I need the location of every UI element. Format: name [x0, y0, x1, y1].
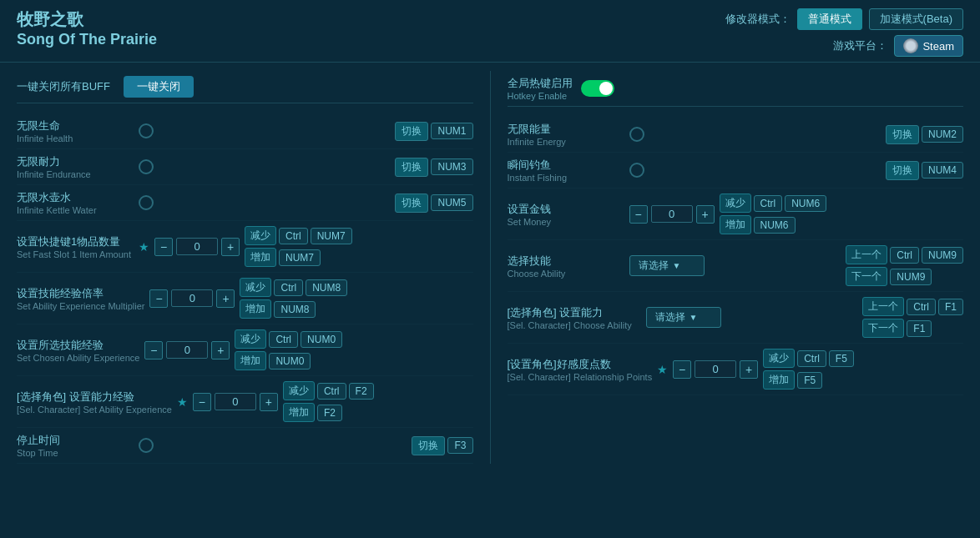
mode-beta-btn[interactable]: 加速模式(Beta) [869, 8, 963, 30]
key-group-infinite-health: 切换 NUM1 [395, 122, 472, 141]
hotkey-toggle[interactable] [581, 80, 614, 97]
select-sel-char-ability[interactable]: 请选择 ▼ [646, 307, 721, 328]
up-key-sel-char-ability[interactable]: F1 [938, 299, 963, 315]
reduce-mod-ability-exp-mult[interactable]: Ctrl [274, 279, 303, 296]
increase-key-set-money[interactable]: NUM6 [754, 217, 796, 234]
reduce-label-set-money[interactable]: 减少 [720, 194, 751, 213]
reduce-key-chosen-ability-exp[interactable]: NUM0 [301, 331, 342, 348]
feature-name-infinite-energy: 无限能量 Infinite Energy [508, 122, 624, 147]
hotkey-infinite-endurance[interactable]: NUM3 [431, 158, 472, 175]
down-key-choose-ability[interactable]: NUM9 [890, 269, 932, 285]
feature-name-sel-char-ability: [选择角色] 设置能力 [Sel. Character] Choose Abil… [508, 305, 641, 330]
increase-key-chosen-ability-exp[interactable]: NUM0 [269, 353, 311, 370]
value-slot1[interactable] [176, 238, 218, 255]
reduce-label-slot1[interactable]: 减少 [245, 226, 276, 245]
decrement-ability-exp-mult[interactable]: − [149, 289, 168, 308]
increment-relationship-pts[interactable]: + [740, 360, 758, 379]
close-all-btn[interactable]: 一键关闭 [124, 76, 194, 98]
increment-slot1[interactable]: + [221, 238, 240, 256]
up-label-sel-char-ability[interactable]: 上一个 [862, 297, 904, 316]
toggle-stop-time[interactable] [139, 438, 154, 453]
increase-label-slot1[interactable]: 增加 [245, 248, 276, 267]
hotkey-infinite-kettle[interactable]: NUM5 [431, 194, 472, 211]
increase-label-set-money[interactable]: 增加 [720, 215, 751, 234]
reduce-key-relationship-pts[interactable]: F5 [829, 350, 854, 367]
feature-row-sel-ability-exp: [选择角色] 设置能力经验 [Sel. Character] Set Abili… [17, 376, 473, 428]
hotkey-stop-time[interactable]: F3 [447, 437, 472, 454]
feature-row-infinite-energy: 无限能量 Infinite Energy 切换 NUM2 [508, 117, 964, 153]
reduce-mod-sel-ability-exp[interactable]: Ctrl [317, 383, 346, 400]
reduce-label-chosen-ability-exp[interactable]: 减少 [235, 329, 266, 349]
value-relationship-pts[interactable] [695, 360, 736, 378]
mode-normal-btn[interactable]: 普通模式 [797, 8, 862, 30]
right-panel: 全局热键启用 Hotkey Enable 无限能量 Infinite Energ… [508, 71, 964, 464]
hotkey-infinite-health[interactable]: NUM1 [431, 123, 472, 139]
star-relationship-pts[interactable]: ★ [657, 363, 668, 376]
action-key-infinite-endurance[interactable]: 切换 [395, 158, 428, 177]
increase-key-relationship-pts[interactable]: F5 [797, 372, 822, 389]
reduce-mod-set-money[interactable]: Ctrl [754, 195, 783, 212]
up-key-choose-ability[interactable]: NUM9 [922, 247, 963, 264]
value-sel-ability-exp[interactable] [215, 393, 256, 410]
reduce-key-slot1[interactable]: NUM7 [311, 228, 352, 244]
platform-name: Steam [922, 40, 954, 53]
value-ability-exp-mult[interactable] [171, 289, 213, 307]
toggle-infinite-endurance[interactable] [139, 159, 154, 174]
toggle-infinite-kettle[interactable] [139, 195, 154, 210]
decrement-relationship-pts[interactable]: − [673, 360, 691, 379]
reduce-key-set-money[interactable]: NUM6 [785, 195, 826, 212]
reduce-mod-relationship-pts[interactable]: Ctrl [797, 350, 826, 367]
value-set-money[interactable] [651, 205, 693, 223]
reduce-key-sel-ability-exp[interactable]: F2 [349, 383, 374, 400]
up-mod-choose-ability[interactable]: Ctrl [890, 247, 919, 264]
reduce-label-ability-exp-mult[interactable]: 减少 [240, 278, 271, 297]
action-key-stop-time[interactable]: 切换 [412, 436, 445, 455]
toggle-instant-fishing[interactable] [629, 163, 644, 178]
action-key-infinite-energy[interactable]: 切换 [886, 125, 919, 144]
increase-key-slot1[interactable]: NUM7 [279, 249, 321, 266]
increment-chosen-ability-exp[interactable]: + [211, 341, 230, 360]
up-mod-sel-char-ability[interactable]: Ctrl [907, 299, 936, 315]
decrement-chosen-ability-exp[interactable]: − [144, 341, 163, 360]
increment-set-money[interactable]: + [696, 205, 715, 224]
reduce-label-relationship-pts[interactable]: 减少 [763, 349, 795, 368]
increment-ability-exp-mult[interactable]: + [216, 289, 235, 308]
decrement-sel-ability-exp[interactable]: − [193, 393, 211, 411]
down-key-sel-char-ability[interactable]: F1 [907, 320, 932, 337]
down-label-sel-char-ability[interactable]: 下一个 [862, 319, 904, 338]
action-key-instant-fishing[interactable]: 切换 [886, 161, 919, 180]
increase-label-relationship-pts[interactable]: 增加 [763, 370, 795, 390]
toggle-infinite-health[interactable] [139, 123, 154, 138]
increase-label-sel-ability-exp[interactable]: 增加 [283, 403, 315, 422]
feature-row-instant-fishing: 瞬间钓鱼 Instant Fishing 切换 NUM4 [508, 153, 964, 189]
decrement-set-money[interactable]: − [629, 205, 648, 224]
decrement-slot1[interactable]: − [154, 238, 173, 256]
action-key-infinite-health[interactable]: 切换 [395, 122, 428, 141]
reduce-key-ability-exp-mult[interactable]: NUM8 [306, 279, 347, 296]
increase-key-ability-exp-mult[interactable]: NUM8 [274, 301, 316, 318]
reduce-key-group-relationship-pts: 减少 Ctrl F5 [763, 349, 854, 368]
feature-en-set-money: Set Money [508, 217, 624, 227]
platform-steam-btn[interactable]: Steam [894, 35, 963, 57]
increase-label-ability-exp-mult[interactable]: 增加 [240, 299, 271, 319]
hotkey-infinite-energy[interactable]: NUM2 [922, 126, 963, 143]
action-key-infinite-kettle[interactable]: 切换 [395, 194, 428, 213]
star-sel-ability-exp[interactable]: ★ [177, 395, 188, 409]
select-choose-ability[interactable]: 请选择 ▼ [629, 255, 705, 276]
down-label-choose-ability[interactable]: 下一个 [846, 267, 887, 286]
feature-cn-sel-char-ability: [选择角色] 设置能力 [508, 305, 641, 320]
feature-name-sel-ability-exp: [选择角色] 设置能力经验 [Sel. Character] Set Abili… [17, 390, 172, 415]
reduce-mod-chosen-ability-exp[interactable]: Ctrl [269, 331, 298, 348]
star-slot1[interactable]: ★ [139, 240, 149, 254]
feature-en-infinite-endurance: Infinite Endurance [17, 169, 134, 179]
up-label-choose-ability[interactable]: 上一个 [846, 245, 887, 264]
increase-label-chosen-ability-exp[interactable]: 增加 [235, 351, 266, 370]
hotkey-instant-fishing[interactable]: NUM4 [922, 162, 963, 178]
increment-sel-ability-exp[interactable]: + [260, 393, 278, 411]
toggle-infinite-energy[interactable] [629, 127, 644, 142]
multikey-sel-char-ability: 上一个 Ctrl F1 下一个 F1 [862, 297, 963, 338]
value-chosen-ability-exp[interactable] [166, 341, 208, 359]
reduce-mod-slot1[interactable]: Ctrl [279, 228, 308, 244]
reduce-label-sel-ability-exp[interactable]: 减少 [283, 381, 315, 400]
increase-key-sel-ability-exp[interactable]: F2 [317, 405, 342, 421]
